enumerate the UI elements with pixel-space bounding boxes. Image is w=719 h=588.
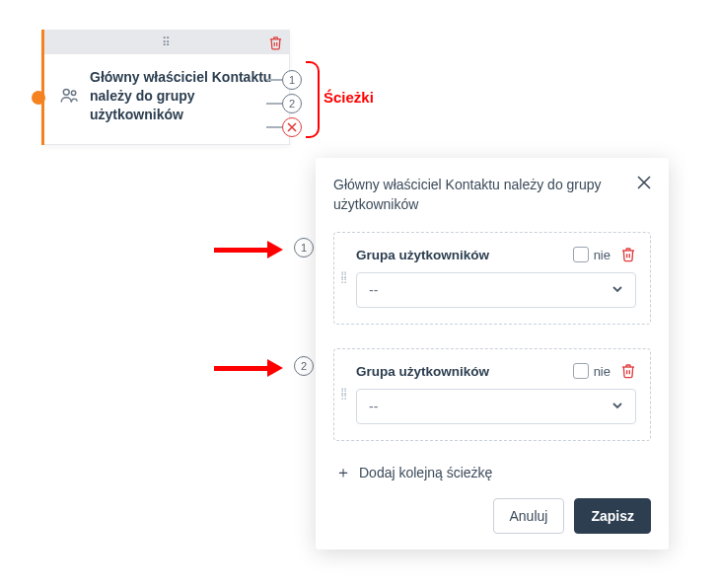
row-actions: nie xyxy=(573,363,636,379)
user-group-select[interactable]: -- xyxy=(356,272,636,308)
annotation-arrow xyxy=(214,359,283,377)
row-top: Grupa użytkowników nie xyxy=(356,363,636,379)
users-icon xyxy=(58,85,80,107)
negate-checkbox-wrap[interactable]: nie xyxy=(573,363,611,379)
add-path-button[interactable]: ＋ Dodaj kolejną ścieżkę xyxy=(335,465,651,480)
panel-title: Główny właściciel Kontaktu należy do gru… xyxy=(333,176,627,214)
condition-node: ⠿ Główny właściciel Kontaktu należy do g… xyxy=(43,30,290,145)
select-value: -- xyxy=(369,399,378,414)
connector-line xyxy=(266,103,282,105)
panel-footer: Anuluj Zapisz xyxy=(333,498,651,534)
add-path-label: Dodaj kolejną ścieżkę xyxy=(359,465,492,480)
negate-checkbox[interactable] xyxy=(573,247,589,262)
path-number-badge: 1 xyxy=(282,70,302,90)
node-header: ⠿ xyxy=(44,31,289,54)
negate-checkbox-wrap[interactable]: nie xyxy=(573,247,611,262)
annotation-arrow xyxy=(214,241,283,258)
save-button[interactable]: Zapisz xyxy=(574,498,651,534)
node-input-port[interactable] xyxy=(32,91,45,105)
delete-node-button[interactable] xyxy=(268,36,283,50)
row-actions: nie xyxy=(573,247,636,262)
path-number-badge: 2 xyxy=(282,94,302,113)
negate-label: nie xyxy=(594,364,611,379)
node-body: Główny właściciel Kontaktu należy do gru… xyxy=(44,54,289,144)
path-config-row: ⠿⠿ Grupa użytkowników nie -- xyxy=(333,348,651,441)
svg-point-0 xyxy=(63,90,69,96)
trash-icon xyxy=(620,363,636,379)
close-panel-button[interactable] xyxy=(637,176,651,191)
delete-path-button[interactable] xyxy=(620,247,636,262)
svg-point-1 xyxy=(71,91,75,95)
row-drag-handle[interactable]: ⠿⠿ xyxy=(340,273,348,283)
connector-line xyxy=(266,126,282,128)
close-icon xyxy=(637,176,651,189)
trash-icon xyxy=(620,247,636,262)
negate-label: nie xyxy=(594,248,611,262)
row-drag-handle[interactable]: ⠿⠿ xyxy=(340,390,348,400)
drag-handle-icon[interactable]: ⠿ xyxy=(162,36,172,49)
delete-path-button[interactable] xyxy=(620,363,636,379)
connector-line xyxy=(266,79,282,81)
trash-icon xyxy=(268,36,283,50)
edit-paths-panel: Główny właściciel Kontaktu należy do gru… xyxy=(316,158,669,550)
annotation-label: Ścieżki xyxy=(324,89,374,106)
fail-path-badge xyxy=(282,117,302,137)
chevron-down-icon xyxy=(611,282,623,298)
node-title: Główny właściciel Kontaktu należy do gru… xyxy=(90,68,275,124)
select-value: -- xyxy=(369,282,378,298)
user-group-select[interactable]: -- xyxy=(356,389,636,424)
negate-checkbox[interactable] xyxy=(573,363,589,379)
path-number-badge: 1 xyxy=(294,238,314,257)
row-field-label: Grupa użytkowników xyxy=(356,248,489,262)
path-config-row: ⠿⠿ Grupa użytkowników nie -- xyxy=(333,232,651,325)
x-icon xyxy=(287,122,297,132)
save-label: Zapisz xyxy=(591,508,634,524)
row-field-label: Grupa użytkowników xyxy=(356,364,489,379)
cancel-label: Anuluj xyxy=(510,508,548,524)
cancel-button[interactable]: Anuluj xyxy=(493,498,565,534)
annotation-bracket xyxy=(306,61,320,138)
panel-header: Główny właściciel Kontaktu należy do gru… xyxy=(333,176,651,214)
path-number-badge: 2 xyxy=(294,356,314,376)
chevron-down-icon xyxy=(611,399,623,414)
row-top: Grupa użytkowników nie xyxy=(356,247,636,262)
plus-icon: ＋ xyxy=(335,465,351,480)
